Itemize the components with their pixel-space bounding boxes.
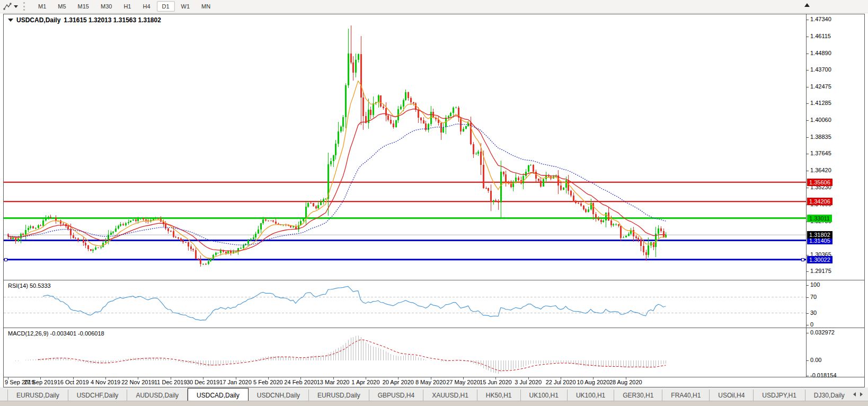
date-label: 15 Jun 2020 [480,379,512,385]
tab-eurusd-daily[interactable]: EURUSD,Daily [309,390,369,401]
rsi-scale[interactable]: 10070300 [806,280,864,328]
timeframe-d1[interactable]: D1 [157,1,175,12]
tab-hk50-h1[interactable]: HK50,H1 [477,390,521,401]
ma-line-mid [8,109,666,251]
tab-xauusd-h1[interactable]: XAUUSD,H1 [423,390,477,401]
tab-gbpusd-h4[interactable]: GBPUSD,H4 [369,390,423,401]
candlestick-chart[interactable] [4,14,806,280]
price-tick-mark [807,271,809,272]
rsi-tick-label: 30 [810,310,817,316]
date-label: 30 Dec 2019 [187,379,219,385]
date-axis[interactable]: 9 Sep 201927 Sep 201916 Oct 20194 Nov 20… [4,377,864,387]
date-label: 13 Mar 2020 [317,379,350,385]
price-badge-1.30022: 1.30022 [807,256,832,263]
tab-usdjpy-h1[interactable]: USDJPY,H1 [754,390,805,401]
date-label: 5 Feb 2020 [253,379,283,385]
timeframe-m1[interactable]: M1 [33,1,51,12]
chart-ohlc-values: 1.31615 1.32013 1.31563 1.31802 [64,16,161,24]
draw-tool-button[interactable] [0,2,20,11]
chart-tab-bar: EURUSD,DailyUSDCHF,DailyAUDUSD,DailyUSDC… [0,387,868,401]
tab-audusd-daily[interactable]: AUDUSD,Daily [127,390,188,401]
tab-eurusd-daily[interactable]: EURUSD,Daily [7,390,68,401]
candles-group [7,25,667,266]
rsi-line [43,286,666,320]
toolbar-grip[interactable] [23,2,29,11]
rsi-tick-label: 100 [810,281,820,288]
rsi-tick-label: 70 [810,294,817,300]
hline-handle[interactable] [801,258,804,261]
main-price-pane[interactable]: 1.473401.461151.448901.437001.424751.412… [4,14,864,280]
date-label: 24 Feb 2020 [284,379,317,385]
tab-usoil-h4[interactable]: USOil,H4 [710,390,754,401]
tab-uk100-h1[interactable]: UK100,H1 [521,390,568,401]
tab-usdcad-daily[interactable]: USDCAD,Daily [188,388,249,401]
rsi-tick-mark [807,285,809,286]
price-tick-mark [807,120,809,121]
rsi-label: RSI(14) 50.5333 [8,283,51,289]
price-tick-label: 1.46115 [810,33,831,39]
timeframe-m30[interactable]: M30 [95,1,117,12]
rsi-pane[interactable]: 10070300 RSI(14) 50.5333 [4,280,864,328]
date-label: 4 Nov 2019 [91,379,120,385]
tab-dj30-daily[interactable]: DJ30,Daily [805,390,851,401]
rsi-tick-mark [807,313,809,314]
date-label: 28 Aug 2020 [609,379,642,385]
price-tick-label: 1.43700 [810,66,831,73]
date-label: 1 Apr 2020 [351,379,379,385]
timeframe-buttons: M1M5M15M30H1H4D1W1MN [33,1,216,12]
timeframe-m15[interactable]: M15 [73,1,94,12]
tab-usdcnh-daily[interactable]: USDCNH,Daily [249,390,309,401]
tab-scroll-left-icon[interactable] [853,392,856,396]
price-tick-label: 1.38835 [810,134,831,140]
chart-collapse-icon[interactable] [8,19,13,22]
price-tick-mark [807,255,809,255]
rsi-tick-mark [807,325,809,325]
price-tick-label: 1.29175 [810,268,831,274]
chart-symbol-label: USDCAD,Daily [16,16,60,24]
timeframe-m5[interactable]: M5 [52,1,71,12]
tab-uk100-h1[interactable]: UK100,H1 [568,390,614,401]
price-badge-1.34206: 1.34206 [807,198,832,205]
chart-title: USDCAD,Daily 1.31615 1.32013 1.31563 1.3… [8,16,161,24]
rsi-tick-label: 0 [810,321,813,328]
hline-handle[interactable] [4,258,7,261]
timeframe-h4[interactable]: H4 [137,1,155,12]
macd-label: MACD(12,26,9) -0.003401 -0.006018 [8,330,104,337]
price-tick-mark [807,188,809,188]
toolbar-overflow-icon[interactable] [804,3,810,7]
price-tick-label: 1.37645 [810,150,831,156]
macd-tick-label: 0.00 [810,357,821,363]
price-badge-1.33011: 1.33011 [807,215,832,222]
tab-ger30-h1[interactable]: GER30,H1 [614,390,662,401]
date-label: 16 Oct 2019 [57,379,89,385]
price-tick-mark [807,20,809,20]
price-tick-label: 1.42475 [810,83,831,90]
price-tick-mark [807,103,809,104]
price-tick-mark [807,154,809,154]
timeframe-mn[interactable]: MN [196,1,216,12]
price-tick-label: 1.41285 [810,100,831,106]
price-scale[interactable]: 1.473401.461151.448901.437001.424751.412… [806,14,864,280]
tab-scroll-right-icon[interactable] [860,392,863,396]
price-badge-1.35606: 1.35606 [807,179,832,186]
rsi-chart[interactable] [4,280,806,328]
date-label: 27 Sep 2019 [24,379,57,385]
price-tick-label: 1.44890 [810,50,831,56]
ma-line-fast [8,81,666,259]
tab-fra40-h1[interactable]: FRA40,H1 [662,390,710,401]
date-label: 22 Jul 2020 [546,379,576,385]
macd-scale[interactable]: 0.0329720.00-0.018154 [806,328,864,377]
macd-pane[interactable]: 0.0329720.00-0.018154 MACD(12,26,9) -0.0… [4,328,864,377]
macd-chart[interactable] [4,328,806,377]
price-tick-mark [807,37,809,37]
macd-signal-line [38,340,666,371]
macd-tick-mark [807,333,809,333]
date-label: 20 Apr 2020 [383,379,414,385]
date-label: 22 Nov 2019 [121,379,154,385]
toolbar: M1M5M15M30H1H4D1W1MN [0,0,868,13]
date-label: 3 Jul 2020 [515,379,542,385]
timeframe-h1[interactable]: H1 [118,1,136,12]
timeframe-w1[interactable]: W1 [176,1,196,12]
tab-usdchf-daily[interactable]: USDCHF,Daily [68,390,128,401]
date-label: 8 May 2020 [415,379,446,385]
